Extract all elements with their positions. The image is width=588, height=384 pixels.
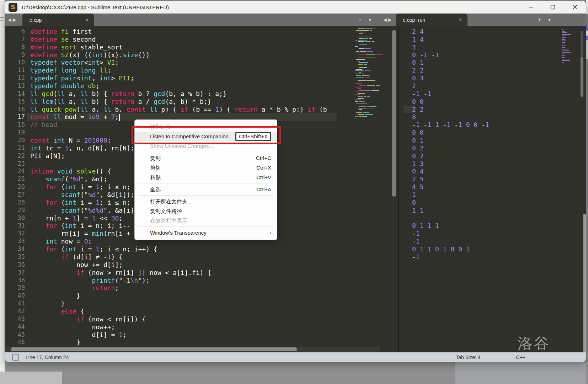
- menu-item-shortcut: Ctrl+X: [256, 163, 271, 172]
- tab-overflow-icon-right[interactable]: ▼: [547, 14, 551, 26]
- syntax-selector[interactable]: C++: [516, 354, 525, 360]
- line-number: 23: [5, 160, 25, 168]
- output-line: 1 4: [412, 36, 489, 43]
- minimap[interactable]: [338, 26, 380, 352]
- context-menu-item[interactable]: 剪切Ctrl+X: [135, 163, 277, 172]
- line-number: 26: [5, 183, 25, 191]
- output-scrollbar-segment[interactable]: [581, 31, 583, 57]
- line-number: 30: [5, 214, 25, 222]
- output-line: 0 2: [412, 144, 489, 152]
- background-mark: [0, 17, 4, 18]
- tab-size-selector[interactable]: Tab Size: 4: [456, 354, 480, 360]
- line-number: 15: [5, 98, 25, 106]
- tab-e-cpp-run[interactable]: e.cpp -run ✕: [396, 14, 467, 26]
- context-menu-item[interactable]: Listen to Competitive CompanionCtrl+Shif…: [135, 132, 277, 141]
- line-number: 12: [5, 74, 25, 82]
- background-edge: [586, 31, 588, 36]
- output-line: 0 1 1 0 1 0 0 1: [412, 245, 489, 253]
- line-number: 20: [5, 137, 25, 144]
- line-number: 14: [5, 90, 25, 98]
- output-minimap[interactable]: [562, 29, 572, 63]
- code-line: 34 for (int i = 1; i ≤ n; i++) {: [5, 245, 337, 253]
- menu-separator: [138, 183, 273, 183]
- menu-item-label: 转到定义: [150, 122, 171, 132]
- next-tab-icon-right[interactable]: ▶: [388, 17, 392, 22]
- output-line: 2 2: [412, 106, 489, 113]
- sublime-window: S D:\Desktop\CXXC\26\e.cpp - Sublime Tex…: [5, 1, 586, 362]
- line-number: 17: [5, 113, 25, 121]
- code-line: 15ll lcm(ll a, ll b) { return a / gcd(a,…: [5, 98, 337, 106]
- line-number: 6: [5, 28, 25, 36]
- code-line: 45 d[i] = 1;: [5, 331, 337, 339]
- next-tab-icon[interactable]: ▶: [13, 17, 16, 22]
- desktop-strip: [455, 362, 588, 384]
- tab-overflow-icon[interactable]: ▼: [368, 14, 372, 26]
- line-number: 42: [5, 308, 25, 315]
- context-menu-item[interactable]: 粘贴Ctrl+V: [135, 172, 277, 182]
- tab-label: e.cpp: [22, 17, 42, 23]
- new-tab-icon-right[interactable]: +: [538, 14, 541, 26]
- context-menu-item[interactable]: 打开所在文件夹...: [135, 197, 277, 206]
- background-edge: [586, 59, 588, 384]
- prev-tab-icon[interactable]: ◀: [8, 17, 11, 22]
- code-line: 11typedef long long ll;: [5, 66, 337, 74]
- line-number: 45: [5, 331, 25, 339]
- output-line: -1 -1 1 -1 -1 0 0 -1: [412, 121, 489, 129]
- output-line: 0 4: [412, 167, 489, 175]
- line-number: 41: [5, 300, 25, 308]
- context-menu-item[interactable]: 复制文件路径: [135, 206, 277, 216]
- line-number: 40: [5, 292, 25, 300]
- menu-item-shortcut: Ctrl+V: [256, 172, 271, 182]
- output-line: 0 3: [412, 74, 489, 82]
- line-number: 21: [5, 144, 25, 152]
- context-menu: 转到定义Listen to Competitive CompanionCtrl+…: [134, 119, 277, 240]
- tab-close-icon[interactable]: ✕: [458, 17, 463, 23]
- background-edge: [586, 40, 588, 59]
- submenu-arrow-icon: ›: [270, 228, 271, 238]
- menu-item-label: Window's Transparency: [150, 228, 207, 238]
- status-bar: Line 17, Column 24 Tab Size: 4 C++: [5, 352, 586, 362]
- line-number: 8: [5, 43, 25, 51]
- context-menu-item[interactable]: 复制Ctrl+C: [135, 153, 277, 163]
- output-line: 4 5: [412, 183, 489, 191]
- close-button[interactable]: [564, 1, 586, 14]
- menu-item-shortcut: Ctrl+A: [256, 185, 271, 194]
- background-edge: [586, 25, 588, 31]
- vertical-scrollbar-left[interactable]: [392, 30, 396, 197]
- vintage-icon[interactable]: [12, 354, 19, 361]
- context-menu-item[interactable]: 全选Ctrl+A: [135, 185, 277, 194]
- code-line: 14ll gcd(ll a, ll b) { return b ? gcd(b,…: [5, 90, 337, 98]
- menu-item-shortcut: Ctrl+C: [256, 153, 271, 163]
- maximize-button[interactable]: [542, 1, 564, 14]
- line-number: 27: [5, 191, 25, 199]
- context-menu-item: 转到定义: [135, 122, 277, 132]
- output-line: 1: [412, 191, 489, 199]
- sublime-logo-icon: S: [9, 3, 17, 12]
- window-title: D:\Desktop\CXXC\26\e.cpp - Sublime Text …: [22, 4, 169, 10]
- background-edge: [586, 14, 588, 25]
- output-line: 2 2: [412, 66, 489, 74]
- output-pane[interactable]: 2 41 430 -1 -10 12 20 32-1 -10 02 28-1 -…: [399, 26, 586, 352]
- menu-item-label: 在侧边栏中显示: [150, 216, 187, 225]
- code-line: 46 }: [5, 338, 337, 346]
- prev-tab-icon-right[interactable]: ◀: [383, 17, 387, 22]
- output-line: 1 3: [412, 160, 489, 168]
- horizontal-scrollbar-thumb[interactable]: [11, 347, 297, 351]
- line-number: 9: [5, 51, 25, 59]
- context-menu-item[interactable]: Window's Transparency›: [135, 228, 277, 238]
- line-number: 29: [5, 207, 25, 214]
- line-number: 32: [5, 230, 25, 238]
- code-line: 37 if (now > rn[i] || now < a[i].fi) {: [5, 269, 337, 277]
- line-number: 33: [5, 238, 25, 245]
- minimize-button[interactable]: [520, 1, 542, 14]
- tab-close-icon[interactable]: ✕: [85, 17, 89, 23]
- tab-e-cpp[interactable]: e.cpp ✕: [22, 14, 94, 26]
- line-number: 34: [5, 245, 25, 253]
- line-number: 18: [5, 121, 25, 129]
- new-tab-icon[interactable]: +: [358, 14, 362, 26]
- line-number: 24: [5, 167, 25, 175]
- title-bar[interactable]: S D:\Desktop\CXXC\26\e.cpp - Sublime Tex…: [5, 1, 586, 14]
- right-edge-scrollbar[interactable]: [583, 214, 586, 352]
- output-scrollbar-segment[interactable]: [581, 57, 583, 97]
- line-number: 31: [5, 222, 25, 230]
